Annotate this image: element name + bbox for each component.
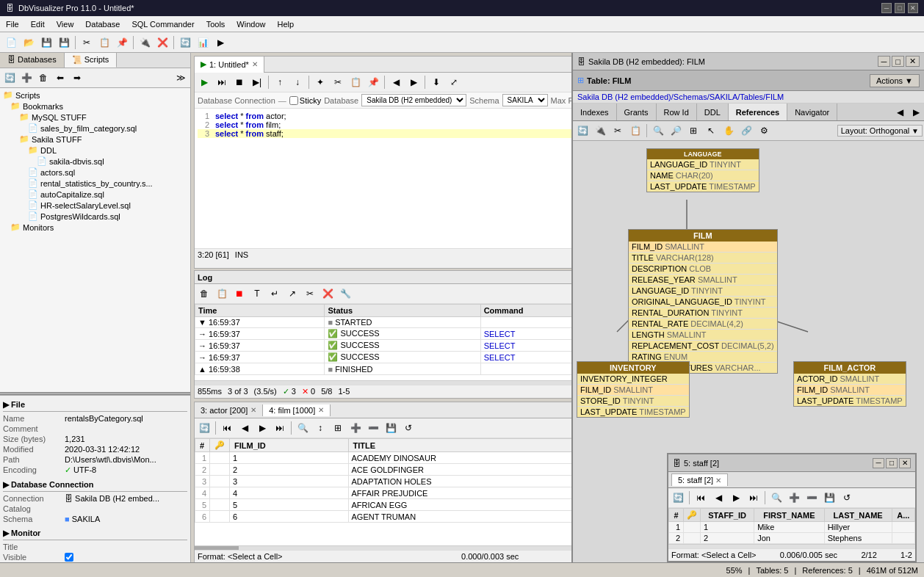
db-link-button[interactable]: 🔗 (738, 123, 754, 139)
staff-minimize-button[interactable]: ─ (873, 458, 884, 468)
result-del-button[interactable]: ➖ (365, 420, 381, 436)
log-copy-button[interactable]: 📋 (214, 286, 230, 302)
menu-edit[interactable]: Edit (25, 18, 51, 30)
menu-database[interactable]: Database (79, 18, 126, 30)
staff-prev-button[interactable]: ◀ (710, 490, 726, 506)
db-tab-indexes[interactable]: Indexes (573, 104, 617, 121)
log-clear-button[interactable]: 🗑 (196, 286, 212, 302)
result-first-button[interactable]: ⏮ (219, 420, 235, 436)
sidebar-more-button[interactable]: ≫ (173, 70, 189, 86)
close-button[interactable]: ✕ (908, 3, 918, 13)
menu-window[interactable]: Window (231, 18, 271, 30)
paste-sql-button[interactable]: 📌 (365, 74, 381, 90)
staff-maximize-button[interactable]: □ (886, 458, 898, 468)
result-cols-button[interactable]: ⊞ (330, 420, 346, 436)
db-diagram-maximize[interactable]: □ (892, 56, 904, 67)
minimize-button[interactable]: ─ (881, 3, 892, 13)
toolbar-new-button[interactable]: 📄 (3, 35, 19, 51)
sidebar-item-actors[interactable]: 📄 actors.sql (1, 167, 189, 178)
run-sql-button[interactable]: ▶ (196, 74, 212, 90)
sql-tab-untitled[interactable]: ▶ 1: Untitled* ✕ (195, 57, 264, 73)
log-stop-button[interactable]: ⏹ (231, 286, 248, 302)
staff-last-button[interactable]: ⏭ (746, 490, 762, 506)
result-save-button[interactable]: 💾 (383, 420, 399, 436)
db-zoom-out-button[interactable]: 🔎 (668, 123, 684, 139)
sidebar-item-sakila-stuff[interactable]: 📁 Sakila STUFF (1, 134, 189, 145)
log-cut-button[interactable]: ✂ (302, 286, 318, 302)
log-indent-button[interactable]: ↵ (267, 286, 283, 302)
format-button[interactable]: ✦ (312, 74, 328, 90)
scrollbar-thumb[interactable] (195, 546, 239, 550)
tab-prev-button[interactable]: ◀ (892, 104, 908, 120)
actor-tab-close[interactable]: ✕ (250, 406, 256, 414)
staff-first-button[interactable]: ⏮ (693, 490, 709, 506)
sidebar-item-rental-stats[interactable]: 📄 rental_statistics_by_country.s... (1, 178, 189, 189)
expand-button[interactable]: ⤢ (446, 74, 462, 90)
staff-close-button[interactable]: ✕ (899, 458, 911, 468)
run-step-button[interactable]: ⏭ (214, 74, 230, 90)
result-add-button[interactable]: ➕ (347, 420, 364, 436)
sidebar-tree-root[interactable]: 📁 Scripts (1, 90, 189, 101)
toolbar-cut-button[interactable]: ✂ (79, 35, 95, 51)
result-revert-button[interactable]: ↺ (400, 420, 416, 436)
toolbar-connect-button[interactable]: 🔌 (137, 35, 153, 51)
staff-next-button[interactable]: ▶ (728, 490, 744, 506)
select-link-2[interactable]: SELECT (484, 341, 516, 350)
staff-tab-label[interactable]: 5: staff [2] ✕ (671, 473, 728, 486)
sidebar-item-sakila-dbvis[interactable]: 📄 sakila-dbvis.sql (1, 156, 189, 167)
sidebar-item-sales-sql[interactable]: 📄 sales_by_film_category.sql (1, 123, 189, 134)
db-tab-navigator[interactable]: Navigator (787, 104, 837, 121)
menu-sql-commander[interactable]: SQL Commander (126, 18, 200, 30)
staff-revert-button[interactable]: ↺ (839, 490, 855, 506)
db-copy-button[interactable]: 📋 (627, 123, 643, 139)
log-search-button[interactable]: 🔧 (337, 286, 353, 302)
log-format-button[interactable]: T (249, 286, 265, 302)
db-diagram-close[interactable]: ✕ (906, 56, 920, 67)
db-select-button[interactable]: ↖ (703, 123, 719, 139)
staff-del-button[interactable]: ➖ (804, 490, 820, 506)
sticky-checkbox[interactable] (289, 96, 298, 105)
sidebar-item-postgres[interactable]: 📄 PostgresWildcards.sql (1, 211, 189, 222)
cut-sql-button[interactable]: ✂ (330, 74, 346, 90)
db-zoom-in-button[interactable]: 🔍 (650, 123, 666, 139)
db-tab-references[interactable]: References (729, 104, 787, 121)
db-diagram-minimize[interactable]: ─ (878, 56, 891, 67)
menu-file[interactable]: File (0, 18, 25, 30)
actions-button[interactable]: Actions ▼ (870, 74, 920, 87)
staff-add-button[interactable]: ➕ (786, 490, 802, 506)
sidebar-item-mysql-stuff[interactable]: 📁 MySQL STUFF (1, 112, 189, 123)
sidebar-expand-button[interactable]: ➡ (69, 70, 85, 86)
db-settings-button[interactable]: ⚙ (756, 123, 772, 139)
db-tab-ddl[interactable]: DDL (697, 104, 729, 121)
tab-next-button[interactable]: ▶ (908, 104, 924, 120)
result-sort-button[interactable]: ↕ (312, 420, 328, 436)
toolbar-run-button[interactable]: ▶ (212, 35, 228, 51)
menu-help[interactable]: Help (271, 18, 300, 30)
visible-checkbox[interactable] (65, 553, 73, 562)
sql-tab-close-button[interactable]: ✕ (252, 60, 258, 68)
toolbar-schema-button[interactable]: 📊 (195, 35, 211, 51)
export-button[interactable]: ⬇ (428, 74, 444, 90)
film-tab-close[interactable]: ✕ (318, 406, 324, 414)
rollback-button[interactable]: ↓ (289, 74, 306, 90)
sidebar-collapse-button[interactable]: ⬅ (52, 70, 68, 86)
db-tab-grants[interactable]: Grants (617, 104, 657, 121)
db-tab-rowid[interactable]: Row Id (657, 104, 697, 121)
menu-view[interactable]: View (51, 18, 80, 30)
sidebar-tab-databases[interactable]: 🗄 Databases (0, 53, 65, 68)
db-hand-button[interactable]: ✋ (721, 123, 737, 139)
window-controls[interactable]: ─ □ ✕ (881, 3, 918, 13)
toolbar-open-button[interactable]: 📂 (21, 35, 37, 51)
select-link-3[interactable]: SELECT (484, 353, 516, 362)
next-button[interactable]: ▶ (405, 74, 422, 90)
db-refresh-button[interactable]: 🔄 (574, 123, 591, 139)
database-select[interactable]: Sakila DB (H2 embedded) (361, 94, 466, 106)
result-filter-button[interactable]: 🔍 (295, 420, 311, 436)
copy-sql-button[interactable]: 📋 (347, 74, 364, 90)
result-next-button[interactable]: ▶ (254, 420, 270, 436)
sidebar-tab-scripts[interactable]: 📜 Scripts (65, 53, 118, 68)
result-tab-film[interactable]: 4: film [1000] ✕ (263, 404, 331, 416)
staff-save-button[interactable]: 💾 (821, 490, 837, 506)
sidebar-delete-button[interactable]: 🗑 (35, 70, 51, 86)
toolbar-save-all-button[interactable]: 💾 (56, 35, 72, 51)
